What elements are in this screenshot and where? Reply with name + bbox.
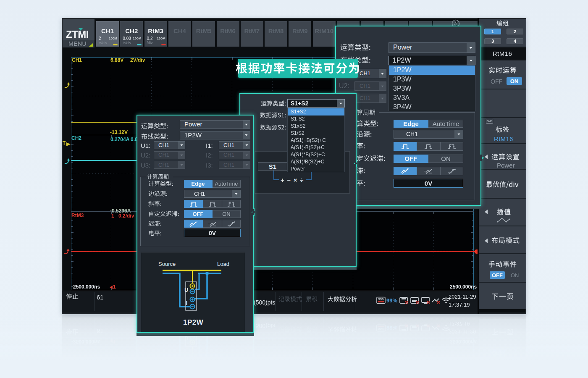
svg-text:I: I (186, 300, 187, 306)
svg-text:U: U (184, 287, 188, 293)
svg-text:SSD: SSD (378, 298, 384, 301)
